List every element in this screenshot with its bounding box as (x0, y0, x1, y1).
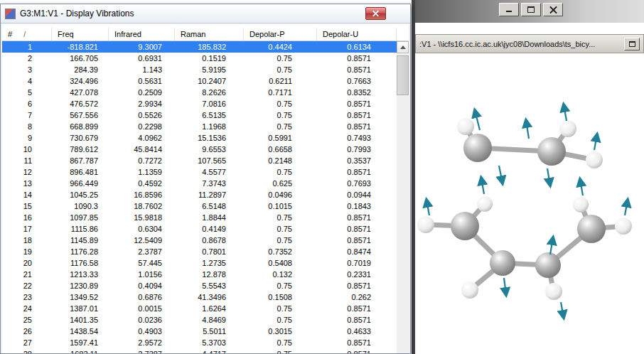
table-cell: 9 (2, 134, 52, 142)
column-header-label: Depolar-P (249, 30, 285, 38)
table-cell: 27 (2, 338, 52, 347)
table-cell: 13 (2, 179, 52, 188)
table-cell: 0.4903 (109, 327, 175, 336)
table-cell: 0.7801 (175, 247, 244, 256)
table-cell: 0.1843 (317, 202, 397, 210)
close-button[interactable] (543, 3, 563, 16)
dialog-title: G3:M1:V1 - Display Vibrations (20, 9, 134, 18)
table-row[interactable]: 4324.4960.563110.24070.62110.7663 (2, 75, 397, 87)
table-row[interactable]: 241387.010.00151.62640.750.8571 (2, 303, 397, 314)
table-cell: 5.9195 (175, 65, 244, 74)
table-cell: 0.8571 (317, 111, 397, 119)
vertical-scrollbar[interactable] (397, 41, 409, 353)
table-cell: 0.75 (244, 236, 317, 245)
table-cell: 21 (2, 270, 52, 279)
table-row[interactable]: 151090.318.76026.51480.10150.1843 (2, 200, 397, 212)
table-row[interactable]: 261438.540.49035.50110.30150.4633 (2, 326, 397, 337)
table-cell: 2.9934 (109, 100, 175, 108)
column-header-depolar-u[interactable]: Depolar-U (317, 28, 397, 41)
dialog-close-button[interactable] (365, 7, 386, 20)
table-cell: 16.8596 (109, 191, 175, 199)
molecule-view[interactable] (415, 53, 644, 354)
table-cell: 0.75 (244, 316, 317, 324)
table-cell: 0.8571 (317, 213, 397, 222)
table-cell: 0.75 (244, 213, 317, 222)
table-cell: 0.6134 (317, 43, 397, 51)
column-header-depolar-p[interactable]: Depolar-P (244, 28, 317, 41)
column-header-num[interactable]: # / (2, 28, 52, 41)
table-cell: 0.7352 (244, 247, 317, 256)
molecule-window-titlebar[interactable]: :V1 - \\icfs16.cc.ic.ac.uk\jyc08\Downloa… (415, 34, 644, 53)
table-cell: 5.3703 (175, 338, 244, 347)
table-cell: 22 (2, 281, 52, 290)
table-cell: 5.5543 (175, 281, 244, 290)
table-row[interactable]: 171115.860.63040.41490.750.8571 (2, 223, 397, 235)
table-row[interactable]: 3284.391.1435.91950.750.8571 (2, 64, 397, 75)
table-cell: 0.8571 (317, 122, 397, 131)
table-cell: 3 (2, 65, 52, 74)
table-row[interactable]: 281683.112.73874.47170.750.8571 (2, 348, 397, 353)
table-row[interactable]: 10789.61245.84149.65530.66580.7993 (2, 144, 397, 155)
table-row[interactable]: 211213.331.015612.8780.1320.2331 (2, 269, 397, 280)
table-row[interactable]: 201176.5857.4451.27350.54080.7019 (2, 257, 397, 269)
table-row[interactable]: 251401.350.02364.84690.750.8571 (2, 314, 397, 326)
table-row[interactable]: 2166.7050.69310.15190.750.8571 (2, 53, 397, 64)
molecule-window-title: :V1 - \\icfs16.cc.ic.ac.uk\jyc08\Downloa… (419, 40, 624, 48)
column-header-raman[interactable]: Raman (175, 28, 244, 41)
table-cell: 10 (2, 145, 52, 154)
vibrations-table: # / Freq Infrared Raman Depolar-P Depola… (2, 24, 409, 353)
column-header-freq[interactable]: Freq (52, 28, 109, 41)
table-cell: 0.5631 (109, 77, 175, 85)
scroll-up-button[interactable] (397, 41, 409, 53)
table-cell: 0.7693 (317, 179, 397, 188)
child-restore-button[interactable] (624, 38, 640, 50)
table-row[interactable]: 271597.412.95725.37030.750.8571 (2, 337, 397, 348)
table-row[interactable]: 181145.8912.54090.86780.750.8571 (2, 235, 397, 246)
dialog-titlebar[interactable]: G3:M1:V1 - Display Vibrations (1, 4, 410, 23)
table-row[interactable]: 1-818.8219.3007185.8320.44240.6134 (2, 41, 397, 53)
table-cell: 6.5148 (175, 202, 244, 210)
table-cell: 7.0816 (175, 100, 244, 108)
table-cell: 12.5409 (109, 236, 175, 245)
table-cell: 1.1359 (109, 168, 175, 176)
table-cell: 16 (2, 213, 52, 222)
table-row[interactable]: 11867.7870.7272107.5650.21480.3537 (2, 155, 397, 166)
table-cell: 789.612 (52, 145, 109, 154)
main-window-titlebar[interactable] (415, 0, 644, 23)
table-cell: 17 (2, 225, 52, 233)
table-cell: 0.5526 (109, 111, 175, 119)
table-cell: 730.679 (52, 134, 109, 142)
column-header-infrared[interactable]: Infrared (109, 28, 175, 41)
table-cell: 9.3007 (109, 43, 175, 51)
table-cell: 4.8469 (175, 316, 244, 324)
table-cell: 8 (2, 122, 52, 131)
table-cell: 24 (2, 304, 52, 313)
table-cell: 0.6304 (109, 225, 175, 233)
table-row[interactable]: 191176.282.37870.78010.73520.8474 (2, 246, 397, 257)
table-row[interactable]: 221230.890.40945.55430.750.8571 (2, 280, 397, 291)
table-cell: 0.8571 (317, 168, 397, 176)
maximize-button[interactable] (521, 3, 541, 16)
table-cell: 1438.54 (52, 327, 109, 336)
table-row[interactable]: 7567.5560.55266.51350.750.8571 (2, 109, 397, 121)
table-cell: 1597.41 (52, 338, 109, 347)
table-cell: 12 (2, 168, 52, 176)
scrollbar-thumb[interactable] (397, 55, 409, 95)
table-row[interactable]: 161097.8515.98181.88440.750.8571 (2, 212, 397, 223)
table-row[interactable]: 9730.6794.096215.15360.59910.7493 (2, 132, 397, 144)
table-row[interactable]: 231349.520.687641.34960.15080.262 (2, 291, 397, 303)
table-cell: -818.821 (52, 43, 109, 51)
minimize-button[interactable] (499, 3, 519, 16)
table-cell: 0.4633 (317, 327, 397, 336)
table-row[interactable]: 13966.4490.45927.37430.6250.7693 (2, 178, 397, 189)
table-cell: 0.7019 (317, 259, 397, 267)
table-row[interactable]: 5427.0780.25098.26260.71710.8352 (2, 87, 397, 98)
table-cell: 1176.28 (52, 247, 109, 256)
table-cell: 23 (2, 293, 52, 301)
table-row[interactable]: 8668.8990.22981.19680.750.8571 (2, 121, 397, 132)
table-row[interactable]: 6476.5722.99347.08160.750.8571 (2, 98, 397, 109)
table-cell: 1115.86 (52, 225, 109, 233)
table-row[interactable]: 12896.4811.13594.55770.750.8571 (2, 166, 397, 178)
table-cell: 0.4592 (109, 179, 175, 188)
table-row[interactable]: 141045.2516.859611.28970.04960.0944 (2, 189, 397, 200)
